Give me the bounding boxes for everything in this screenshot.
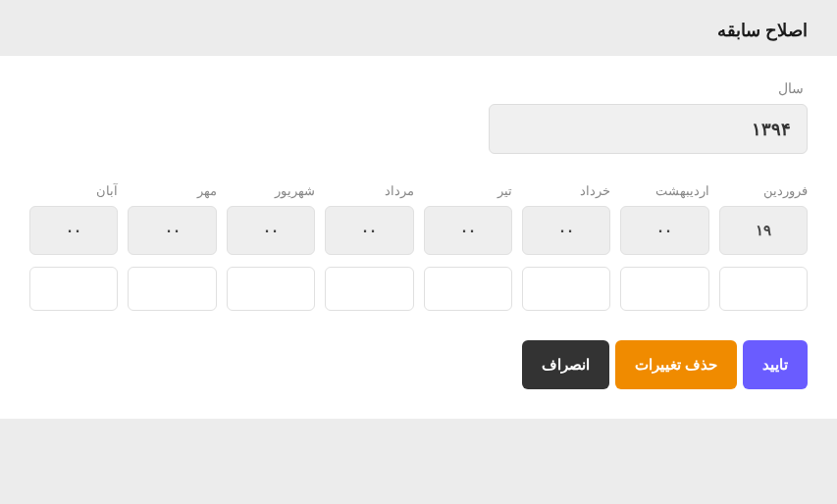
- month-col: شهریور ۰۰: [227, 183, 315, 255]
- row2-cell[interactable]: [227, 267, 315, 311]
- month-label: مهر: [128, 183, 216, 198]
- month-col: مهر ۰۰: [128, 183, 216, 255]
- months-row: فروردین ۱۹ اردیبهشت ۰۰ خرداد ۰۰ تیر ۰۰ م…: [29, 183, 808, 255]
- actions: تایید حذف تغییرات انصراف: [29, 340, 808, 389]
- month-cell[interactable]: ۰۰: [128, 206, 216, 255]
- month-col: تیر ۰۰: [424, 183, 512, 255]
- month-col: مرداد ۰۰: [325, 183, 413, 255]
- month-label: تیر: [424, 183, 512, 198]
- month-label: فروردین: [719, 183, 808, 198]
- second-row: [29, 267, 808, 311]
- row2-cell[interactable]: [522, 267, 610, 311]
- row2-cell[interactable]: [620, 267, 708, 311]
- row2-cell[interactable]: [719, 267, 808, 311]
- month-cell[interactable]: ۰۰: [227, 206, 315, 255]
- delete-changes-button[interactable]: حذف تغییرات: [615, 340, 737, 389]
- year-label: سال: [778, 80, 808, 96]
- month-cell[interactable]: ۱۹: [719, 206, 808, 255]
- month-label: آبان: [29, 183, 118, 198]
- row2-cell[interactable]: [325, 267, 413, 311]
- month-cell[interactable]: ۰۰: [620, 206, 708, 255]
- month-cell[interactable]: ۰۰: [29, 206, 118, 255]
- month-col: خرداد ۰۰: [522, 183, 610, 255]
- confirm-button[interactable]: تایید: [743, 340, 808, 389]
- month-label: اردیبهشت: [620, 183, 708, 198]
- month-cell[interactable]: ۰۰: [522, 206, 610, 255]
- header: اصلاح سابقه: [0, 0, 837, 56]
- month-label: مرداد: [325, 183, 413, 198]
- year-input-wrap: [489, 104, 808, 154]
- month-col: آبان ۰۰: [29, 183, 118, 255]
- month-cell[interactable]: ۰۰: [325, 206, 413, 255]
- row2-cell[interactable]: [29, 267, 118, 311]
- year-input[interactable]: [489, 104, 808, 154]
- month-col: فروردین ۱۹: [719, 183, 808, 255]
- page-title: اصلاح سابقه: [29, 20, 808, 41]
- month-label: خرداد: [522, 183, 610, 198]
- year-section: سال: [29, 80, 808, 154]
- footer-space: [0, 419, 837, 478]
- month-label: شهریور: [227, 183, 315, 198]
- row2-cell[interactable]: [128, 267, 216, 311]
- row2-cell[interactable]: [424, 267, 512, 311]
- month-cell[interactable]: ۰۰: [424, 206, 512, 255]
- cancel-button[interactable]: انصراف: [522, 340, 609, 389]
- month-col: اردیبهشت ۰۰: [620, 183, 708, 255]
- main-content: سال فروردین ۱۹ اردیبهشت ۰۰ خرداد ۰۰ تیر …: [0, 56, 837, 419]
